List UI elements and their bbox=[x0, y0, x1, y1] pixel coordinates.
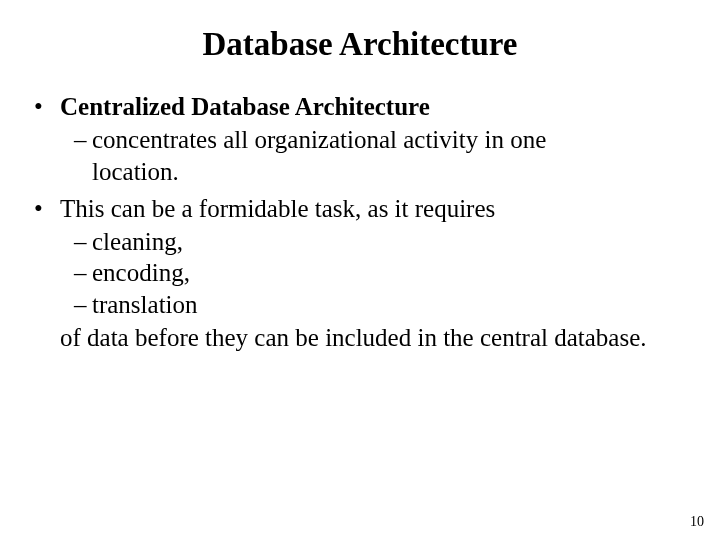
page-number: 10 bbox=[690, 514, 704, 530]
sub-bullet-item: – concentrates all organizational activi… bbox=[30, 124, 690, 187]
sub-bullet-text: concentrates all organizational activity… bbox=[92, 124, 690, 187]
sub-bullet-text: encoding, bbox=[92, 257, 690, 288]
slide-title: Database Architecture bbox=[30, 26, 690, 63]
bullet-text: Centralized Database Architecture bbox=[60, 91, 690, 122]
sub-bullet-marker: – bbox=[74, 289, 92, 320]
sub-bullet-marker: – bbox=[74, 226, 92, 257]
sub-bullet-marker: – bbox=[74, 257, 92, 288]
trailing-text: of data before they can be included in t… bbox=[30, 322, 690, 353]
bullet-item: • This can be a formidable task, as it r… bbox=[30, 193, 690, 224]
sub-bullet-item: – translation bbox=[30, 289, 690, 320]
sub-bullet-text: translation bbox=[92, 289, 690, 320]
slide-content: • Centralized Database Architecture – co… bbox=[30, 91, 690, 353]
bullet-item: • Centralized Database Architecture bbox=[30, 91, 690, 122]
sub-bullet-item: – encoding, bbox=[30, 257, 690, 288]
bullet-marker: • bbox=[30, 193, 60, 224]
bullet-marker: • bbox=[30, 91, 60, 122]
sub-bullet-item: – cleaning, bbox=[30, 226, 690, 257]
bullet-text: This can be a formidable task, as it req… bbox=[60, 193, 690, 224]
sub-bullet-text: cleaning, bbox=[92, 226, 690, 257]
sub-bullet-marker: – bbox=[74, 124, 92, 155]
